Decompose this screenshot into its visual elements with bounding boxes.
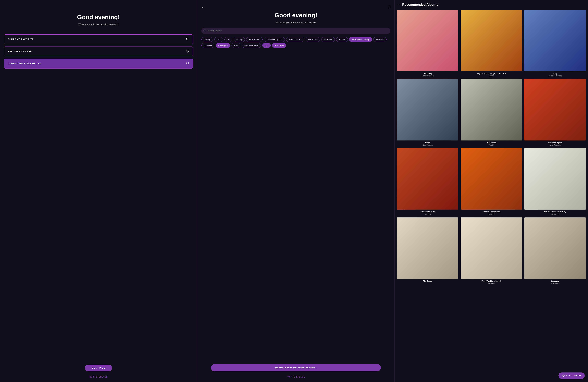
chip-rock[interactable]: rock: [214, 37, 223, 42]
chip-rap[interactable]: rap: [224, 37, 232, 42]
album-title-southern-nights: Southern Nights: [548, 142, 562, 144]
start-over-label: START OVER: [566, 375, 581, 377]
album-art-sound1: [397, 217, 459, 279]
album-title-sound3: Jeopardy: [551, 280, 559, 282]
album-art-pop-song: [397, 10, 459, 71]
chip-hip-hop[interactable]: hip hop: [201, 37, 213, 42]
chip-dream-pop[interactable]: dream pop: [216, 43, 230, 48]
album-card-second-time[interactable]: Second Time Round Cymande: [461, 148, 522, 215]
svg-point-0: [187, 62, 189, 64]
album-art-largo: [397, 79, 459, 140]
greeting-sub-2: What are you in the mood to listen to?: [201, 21, 390, 24]
heart-icon: [186, 50, 189, 54]
album-artist-southern-nights: Allen Toussaint: [550, 144, 561, 146]
album-art-sign: [461, 10, 522, 71]
chip-escape-room[interactable]: escape room: [246, 37, 262, 42]
album-art-sound3: [524, 217, 586, 279]
album-card-sign[interactable]: Sign O' The Times (Super Deluxe) Prince: [461, 10, 522, 77]
svg-point-2: [204, 30, 205, 31]
album-art-composite: [397, 148, 459, 210]
greeting-sub-1: What are you in the mood to listen to?: [4, 23, 193, 26]
album-art-second-time: [461, 148, 522, 210]
genre-search-input[interactable]: [201, 28, 390, 34]
album-card-sound2[interactable]: From The Lion's Mouth The Sound: [461, 217, 522, 285]
panel-genre-selection: ← Good evening! What are you in the mood…: [197, 0, 395, 382]
album-card-sound1[interactable]: The Sound: [397, 217, 459, 285]
chip-art-rock[interactable]: art rock: [336, 37, 348, 42]
album-title-second-time: Second Time Round: [483, 211, 500, 213]
album-card-sound3[interactable]: Jeopardy The Sound: [524, 217, 586, 285]
chip-indie-soul[interactable]: indie soul: [373, 37, 387, 42]
album-art-you-will: [524, 148, 586, 210]
no-preference-link-1[interactable]: NO PREFERENCE: [89, 376, 107, 378]
album-title-sign: Sign O' The Times (Super Deluxe): [477, 72, 506, 75]
greeting-title-1: Good evening!: [4, 14, 193, 20]
album-art-mandrill-is: [461, 79, 522, 140]
panel2-header: ←: [201, 5, 390, 9]
back-button-3[interactable]: ←: [397, 3, 400, 6]
current-favorite-label: CURRENT FAVORITE: [8, 38, 34, 41]
history-icon: [186, 38, 189, 41]
album-title-you-will: You Will Never Know Why: [544, 211, 566, 213]
start-over-button[interactable]: START OVER: [558, 372, 585, 379]
panel3-header: ← Recommended Albums: [397, 3, 586, 6]
search-icon-inner: [203, 29, 206, 32]
album-art-southern-nights: [524, 79, 586, 140]
album-artist-pang: Caroline Polachek: [548, 75, 562, 77]
album-artist-you-will: Sweet Trip: [551, 213, 559, 215]
chip-alt-metal[interactable]: alternative metal: [242, 43, 261, 48]
album-artist-mandrill-is: Mandrill: [488, 144, 494, 146]
no-preference-link-2[interactable]: NO PREFERENCE: [287, 376, 305, 378]
genre-chips-container: hip hop rock rap art pop escape room alt…: [201, 37, 390, 48]
refresh-icon: [562, 374, 565, 377]
album-title-pop-song: Pop Song: [423, 72, 432, 75]
greeting-title-2: Good evening!: [201, 12, 390, 19]
album-card-largo[interactable]: Largo Brad Mehldau: [397, 79, 459, 146]
album-artist-sound3: The Sound: [551, 283, 559, 284]
album-card-composite[interactable]: Composite Truth Mandrill: [397, 148, 459, 215]
album-card-pop-song[interactable]: Pop Song Perfume Genius: [397, 10, 459, 77]
album-artist-sound2: The Sound: [487, 283, 495, 284]
album-art-sound2: [461, 217, 522, 279]
album-title-sound2: From The Lion's Mouth: [482, 280, 501, 282]
chip-underground-hip-hop[interactable]: underground hip hop: [349, 37, 372, 42]
album-title-sound1: The Sound: [423, 280, 432, 282]
album-card-mandrill-is[interactable]: Mandrill Is Mandrill: [461, 79, 522, 146]
reliable-classic-btn[interactable]: RELIABLE CLASSIC: [4, 46, 193, 57]
album-card-pang[interactable]: Pang Caroline Polachek: [524, 10, 586, 77]
ready-button[interactable]: READY, SHOW ME SOME ALBUMS!: [211, 364, 381, 371]
current-favorite-btn[interactable]: CURRENT FAVORITE: [4, 34, 193, 44]
albums-grid: Pop Song Perfume Genius Sign O' The Time…: [397, 10, 586, 284]
album-title-composite: Composite Truth: [420, 211, 435, 213]
chip-edm[interactable]: edm: [231, 43, 240, 48]
chip-alt-rock[interactable]: alternative rock: [286, 37, 304, 42]
album-card-you-will[interactable]: You Will Never Know Why Sweet Trip: [524, 148, 586, 215]
svg-line-3: [205, 31, 205, 31]
chip-art-pop[interactable]: art pop: [234, 37, 245, 42]
mood-options: CURRENT FAVORITE RELIABLE CLASSIC: [4, 34, 193, 69]
panel-recommended-albums: ← Recommended Albums Pop Song Perfume Ge…: [395, 0, 588, 382]
reliable-classic-label: RELIABLE CLASSIC: [8, 50, 33, 53]
album-artist-composite: Mandrill: [425, 213, 431, 215]
chip-indie-rock[interactable]: indie rock: [321, 37, 335, 42]
search-container: [201, 28, 390, 34]
underappreciated-gem-btn[interactable]: UNDERAPPRECIATED GEM: [4, 59, 193, 69]
panel-mood-selection: Good evening! What are you in the mood t…: [0, 0, 197, 382]
chip-electronica[interactable]: electronica: [306, 37, 320, 42]
continue-button[interactable]: CONTINUE: [85, 364, 112, 371]
album-artist-sign: Prince: [489, 75, 494, 77]
album-card-southern-nights[interactable]: Southern Nights Allen Toussaint: [524, 79, 586, 146]
back-button-2[interactable]: ←: [201, 5, 204, 9]
chip-pop[interactable]: pop: [262, 43, 271, 48]
chip-chillwave[interactable]: chillwave: [201, 43, 214, 48]
refresh-button[interactable]: [388, 6, 390, 9]
album-title-largo: Largo: [425, 142, 430, 144]
album-artist-largo: Brad Mehldau: [423, 144, 433, 146]
chip-jazz-fusion[interactable]: jazz fusion: [272, 43, 286, 48]
album-title-mandrill-is: Mandrill Is: [487, 142, 496, 144]
recommended-albums-title: Recommended Albums: [402, 3, 439, 6]
album-artist-second-time: Cymande: [488, 213, 495, 215]
svg-line-1: [188, 64, 189, 64]
chip-alt-hip-hop[interactable]: alternative hip hop: [264, 37, 285, 42]
album-art-pang: [524, 10, 586, 71]
